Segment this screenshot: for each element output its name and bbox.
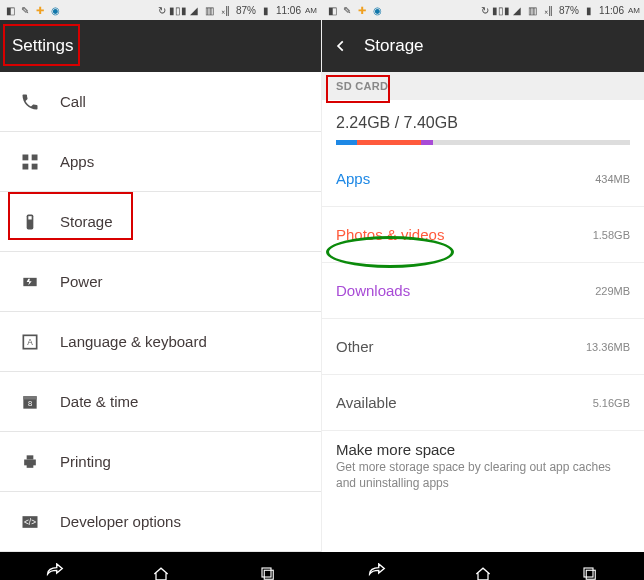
edit-icon: ✎ <box>341 4 353 16</box>
storage-screen: ◧ ✎ ✚ ◉ ↻ ▮▯▮ ◢ ▥ ₓ‖ 87% ▮ 11:06 AM Stor… <box>322 0 644 552</box>
settings-item-apps[interactable]: Apps <box>0 132 321 192</box>
clock-time: 11:06 <box>276 5 301 16</box>
settings-item-datetime[interactable]: 8 Date & time <box>0 372 321 432</box>
storage-row-apps[interactable]: Apps 434MB <box>322 151 644 207</box>
nav-home[interactable] <box>469 560 497 580</box>
signal-icon: ₓ‖ <box>220 4 232 16</box>
vibrate-icon: ▮▯▮ <box>172 4 184 16</box>
developer-icon: </> <box>14 512 46 532</box>
svg-text:A: A <box>27 337 33 347</box>
printing-icon <box>14 452 46 472</box>
settings-item-power[interactable]: Power <box>0 252 321 312</box>
notif-icon: ◧ <box>326 4 338 16</box>
svg-rect-13 <box>27 455 34 459</box>
edit-icon: ✎ <box>19 4 31 16</box>
sim-icon: ▥ <box>204 4 216 16</box>
row-size: 1.58GB <box>593 229 630 241</box>
sync-icon: ↻ <box>479 4 491 16</box>
row-name: Photos & videos <box>336 226 444 243</box>
settings-list: Call Apps Storage Power A Language & key… <box>0 72 321 552</box>
item-label: Language & keyboard <box>60 333 207 350</box>
nav-recent[interactable] <box>576 560 604 580</box>
svg-rect-18 <box>262 568 271 577</box>
svg-rect-14 <box>27 463 34 467</box>
status-bar: ◧ ✎ ✚ ◉ ↻ ▮▯▮ ◢ ▥ ₓ‖ 87% ▮ 11:06 AM <box>322 0 644 20</box>
settings-item-developer[interactable]: </> Developer options <box>0 492 321 552</box>
row-size: 434MB <box>595 173 630 185</box>
app-icon: ◉ <box>371 4 383 16</box>
storage-row-downloads[interactable]: Downloads 229MB <box>322 263 644 319</box>
storage-appbar: Storage <box>322 20 644 72</box>
app-icon: ◉ <box>49 4 61 16</box>
wifi-icon: ◢ <box>188 4 200 16</box>
clock-ampm: AM <box>628 6 640 15</box>
item-label: Printing <box>60 453 111 470</box>
battery-pct: 87% <box>236 5 256 16</box>
storage-icon <box>14 212 46 232</box>
make-more-space[interactable]: Make more space Get more storage space b… <box>322 431 644 501</box>
status-bar: ◧ ✎ ✚ ◉ ↻ ▮▯▮ ◢ ▥ ₓ‖ 87% ▮ 11:06 AM <box>0 0 321 20</box>
date-time-icon: 8 <box>14 392 46 412</box>
row-size: 229MB <box>595 285 630 297</box>
bar-seg-downloads <box>421 140 433 145</box>
storage-row-other[interactable]: Other 13.36MB <box>322 319 644 375</box>
settings-item-printing[interactable]: Printing <box>0 432 321 492</box>
sd-card-header: SD CARD <box>322 72 644 100</box>
item-label: Storage <box>60 213 113 230</box>
nav-recent[interactable] <box>254 560 282 580</box>
bar-seg-photos <box>357 140 422 145</box>
vibrate-icon: ▮▯▮ <box>495 4 507 16</box>
storage-usage-bar <box>336 140 630 145</box>
mms-sub: Get more storage space by clearing out a… <box>336 460 630 491</box>
storage-usage-text: 2.24GB / 7.40GB <box>322 100 644 140</box>
clock-ampm: AM <box>305 6 317 15</box>
apps-icon <box>14 152 46 172</box>
nav-home[interactable] <box>147 560 175 580</box>
svg-rect-2 <box>23 163 29 169</box>
shield-icon: ✚ <box>356 4 368 16</box>
svg-rect-19 <box>587 570 596 579</box>
settings-item-storage[interactable]: Storage <box>0 192 321 252</box>
row-size: 5.16GB <box>593 397 630 409</box>
page-title: Settings <box>12 36 73 56</box>
system-navbar <box>0 552 644 580</box>
nav-back[interactable] <box>362 560 390 580</box>
row-name: Available <box>336 394 397 411</box>
sync-icon: ↻ <box>156 4 168 16</box>
item-label: Call <box>60 93 86 110</box>
svg-rect-3 <box>32 163 38 169</box>
shield-icon: ✚ <box>34 4 46 16</box>
settings-item-language[interactable]: A Language & keyboard <box>0 312 321 372</box>
svg-rect-1 <box>32 154 38 160</box>
svg-rect-5 <box>28 216 31 219</box>
svg-text:8: 8 <box>28 399 32 408</box>
storage-row-available[interactable]: Available 5.16GB <box>322 375 644 431</box>
svg-rect-20 <box>584 568 593 577</box>
language-icon: A <box>14 332 46 352</box>
row-name: Other <box>336 338 374 355</box>
battery-icon: ▮ <box>583 4 595 16</box>
item-label: Date & time <box>60 393 138 410</box>
item-label: Apps <box>60 153 94 170</box>
signal-icon: ₓ‖ <box>543 4 555 16</box>
mms-title: Make more space <box>336 441 630 458</box>
clock-time: 11:06 <box>599 5 624 16</box>
item-label: Power <box>60 273 103 290</box>
power-icon <box>14 272 46 292</box>
settings-item-call[interactable]: Call <box>0 72 321 132</box>
item-label: Developer options <box>60 513 181 530</box>
sim-icon: ▥ <box>527 4 539 16</box>
svg-rect-0 <box>23 154 29 160</box>
call-icon <box>14 92 46 112</box>
nav-back[interactable] <box>40 560 68 580</box>
page-title: Storage <box>364 36 424 56</box>
storage-breakdown: Apps 434MB Photos & videos 1.58GB Downlo… <box>322 151 644 552</box>
storage-row-photos[interactable]: Photos & videos 1.58GB <box>322 207 644 263</box>
back-button[interactable] <box>334 39 354 53</box>
svg-rect-17 <box>265 570 274 579</box>
svg-text:</>: </> <box>24 517 36 527</box>
wifi-icon: ◢ <box>511 4 523 16</box>
battery-pct: 87% <box>559 5 579 16</box>
settings-screen: ◧ ✎ ✚ ◉ ↻ ▮▯▮ ◢ ▥ ₓ‖ 87% ▮ 11:06 AM Sett… <box>0 0 322 552</box>
bar-seg-apps <box>336 140 357 145</box>
